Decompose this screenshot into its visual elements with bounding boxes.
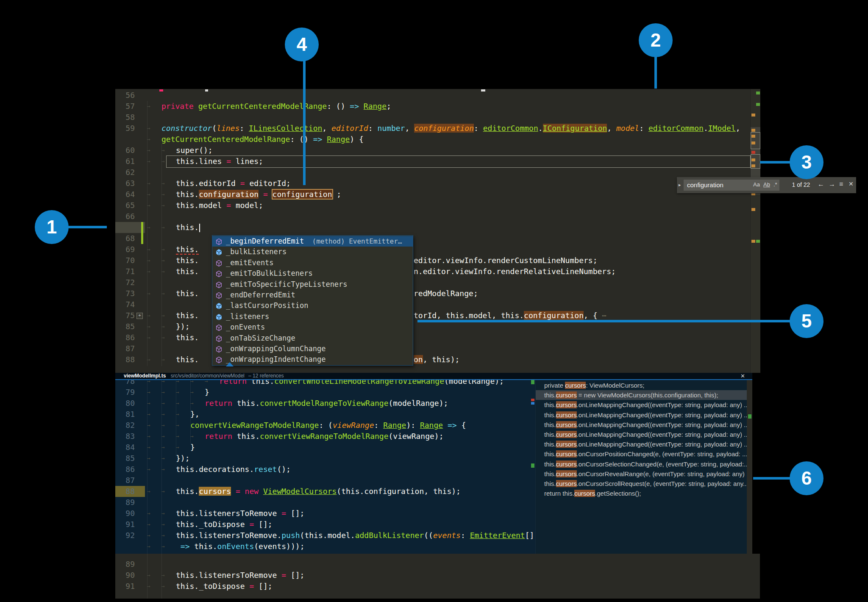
line-number[interactable]: 86 xyxy=(115,464,135,475)
code-line[interactable]: 65→→this.model = model; xyxy=(115,200,760,211)
code-line[interactable]: 64→→this.configuration = configuration ; xyxy=(115,189,760,200)
code-line[interactable]: →getCurrentCenteredModelRange: () => Ran… xyxy=(115,134,760,145)
line-number[interactable]: 64 xyxy=(115,189,135,200)
line-number[interactable]: 65 xyxy=(115,200,135,211)
line-number[interactable]: 74 xyxy=(115,299,135,310)
line-number[interactable]: 75 xyxy=(115,310,135,321)
code-line[interactable]: 60→→super(); xyxy=(115,145,760,156)
code-line[interactable]: 57→private getCurrentCenteredModelRange:… xyxy=(115,101,760,112)
code-line[interactable]: 58 xyxy=(115,112,760,123)
find-previous-button[interactable]: ← xyxy=(818,180,824,188)
suggest-item-_listeners[interactable]: _listeners xyxy=(212,311,413,322)
suggest-item-_emitEvents[interactable]: _emitEvents xyxy=(212,258,413,268)
find-in-selection-button[interactable]: ≡ xyxy=(839,180,843,188)
tab-whitespace-icon: → xyxy=(147,409,150,420)
reference-row[interactable]: return this.cursors.getSelections(); xyxy=(536,488,747,498)
code-line[interactable]: 63→→this.editorId = editorId; xyxy=(115,178,760,189)
find-range-highlight-box xyxy=(166,155,751,168)
reference-row[interactable]: this.cursors.onLineMappingChanged((event… xyxy=(536,430,747,439)
regex-toggle[interactable]: .* xyxy=(773,181,777,188)
line-number[interactable]: 66 xyxy=(115,211,135,222)
reference-row[interactable]: this.cursors.onLineMappingChanged((event… xyxy=(536,410,747,420)
line-number[interactable]: 91 xyxy=(115,519,135,530)
line-number[interactable]: 88 xyxy=(115,354,135,365)
line-number[interactable]: 84 xyxy=(115,442,135,453)
tab-whitespace-icon: → xyxy=(161,530,165,541)
code-line[interactable]: 59→constructor(lines: ILinesCollection, … xyxy=(115,123,760,134)
line-number[interactable]: 87 xyxy=(115,475,135,486)
reference-row[interactable]: this.cursors.onCursorRevealRange(e, (eve… xyxy=(536,469,747,479)
reference-row[interactable]: this.cursors.onLineMappingChanged((event… xyxy=(536,439,747,449)
suggest-item-_lastCursorPosition[interactable]: _lastCursorPosition xyxy=(212,300,413,311)
intellisense-suggest-widget[interactable]: _beginDeferredEmit (method) EventEmitter… xyxy=(212,235,413,366)
reference-row[interactable]: private cursors: ViewModelCursors; xyxy=(536,380,747,390)
suggest-item-_onWrappingIndentChange[interactable]: _onWrappingIndentChange xyxy=(212,354,413,365)
suggest-item-_bulkListeners[interactable]: _bulkListeners xyxy=(212,247,413,257)
code-line[interactable]: 56 xyxy=(115,90,760,101)
line-number[interactable]: 86 xyxy=(115,332,135,343)
suggest-item-_emitToSpecificTypeListeners[interactable]: _emitToSpecificTypeListeners xyxy=(212,279,413,290)
peek-header[interactable]: viewModelImpl.ts src/vs/editor/common/vi… xyxy=(115,373,752,379)
find-expand-toggle[interactable]: ▸ xyxy=(679,182,681,188)
line-number[interactable]: 85 xyxy=(115,453,135,464)
line-number[interactable]: 59 xyxy=(115,123,135,134)
line-number[interactable]: 62 xyxy=(115,167,135,178)
line-number[interactable]: 79 xyxy=(115,387,135,398)
suggest-item-_emitToBulkListeners[interactable]: _emitToBulkListeners xyxy=(212,268,413,279)
line-number[interactable]: 73 xyxy=(115,288,135,299)
fold-expand-icon[interactable]: + xyxy=(136,313,143,319)
code-line[interactable]: 66 xyxy=(115,211,760,222)
line-number[interactable]: 88 xyxy=(115,486,135,497)
line-number[interactable]: 78 xyxy=(115,380,135,387)
suggest-item-_onWrappingColumnChange[interactable]: _onWrappingColumnChange xyxy=(212,344,413,354)
line-number[interactable]: 56 xyxy=(115,90,135,101)
peek-close-button[interactable]: ✕ xyxy=(740,373,747,379)
suggest-item-_onEvents[interactable]: _onEvents xyxy=(212,322,413,333)
line-number[interactable]: 91 xyxy=(115,581,135,592)
reference-row[interactable]: this.cursors.onLineMappingChanged((event… xyxy=(536,400,747,410)
line-number[interactable]: 82 xyxy=(115,420,135,431)
find-widget[interactable]: ▸ configuration Aa Ab .* 1 of 22 ← → ≡ ✕ xyxy=(677,177,856,193)
references-list[interactable]: private cursors: ViewModelCursors;this.c… xyxy=(535,380,747,554)
suggest-item-_onTabSizeChange[interactable]: _onTabSizeChange xyxy=(212,333,413,344)
line-number[interactable]: 80 xyxy=(115,398,135,409)
overview-ruler[interactable] xyxy=(750,89,760,373)
line-number[interactable]: 63 xyxy=(115,178,135,189)
line-number[interactable]: 69 xyxy=(115,244,135,255)
code-line[interactable]: 62 xyxy=(115,167,760,178)
reference-row[interactable]: this.cursors.onCursorScrollRequest(e, (e… xyxy=(536,479,747,488)
reference-row[interactable]: this.cursors.onCursorSelectionChanged(e,… xyxy=(536,459,747,469)
suggest-item-_beginDeferredEmit[interactable]: _beginDeferredEmit (method) EventEmitter… xyxy=(212,236,413,247)
line-number[interactable]: 87 xyxy=(115,343,135,354)
code-editor-below-peek[interactable]: 8990→→this.listenersToRemove = [];91→→th… xyxy=(115,554,760,599)
line-number[interactable]: 81 xyxy=(115,409,135,420)
line-number[interactable]: 83 xyxy=(115,431,135,442)
code-line[interactable]: 90→→this.listenersToRemove = []; xyxy=(115,570,760,581)
find-next-button[interactable]: → xyxy=(829,180,835,188)
suggest-item-label: _onWrappingColumnChange xyxy=(226,344,326,354)
find-close-button[interactable]: ✕ xyxy=(849,180,854,187)
line-number[interactable]: 61 xyxy=(115,156,135,167)
match-case-toggle[interactable]: Aa xyxy=(753,181,760,188)
code-line[interactable]: 91→→this._toDispose = []; xyxy=(115,581,760,592)
code-line[interactable]: 89 xyxy=(115,559,760,570)
line-number[interactable]: 72 xyxy=(115,277,135,288)
line-number[interactable]: 71 xyxy=(115,266,135,277)
code-line[interactable]: 67→→this. xyxy=(115,222,760,233)
line-number[interactable]: 89 xyxy=(115,497,135,508)
line-number[interactable]: 68 xyxy=(115,233,135,244)
line-number[interactable]: 70 xyxy=(115,255,135,266)
line-number[interactable]: 90 xyxy=(115,570,135,581)
line-number[interactable]: 85 xyxy=(115,321,135,332)
reference-row[interactable]: this.cursors = new ViewModelCursors(this… xyxy=(536,390,747,400)
line-number[interactable]: 92 xyxy=(115,530,135,541)
line-number[interactable]: 90 xyxy=(115,508,135,519)
line-number[interactable]: 58 xyxy=(115,112,135,123)
reference-row[interactable]: this.cursors.onCursorPositionChanged(e, … xyxy=(536,449,747,459)
line-number[interactable]: 89 xyxy=(115,559,135,570)
line-number[interactable]: 57 xyxy=(115,101,135,112)
suggest-item-_endDeferredEmit[interactable]: _endDeferredEmit xyxy=(212,290,413,300)
line-number[interactable]: 60 xyxy=(115,145,135,156)
reference-row[interactable]: this.cursors.onLineMappingChanged((event… xyxy=(536,420,747,430)
whole-word-toggle[interactable]: Ab xyxy=(763,181,770,188)
